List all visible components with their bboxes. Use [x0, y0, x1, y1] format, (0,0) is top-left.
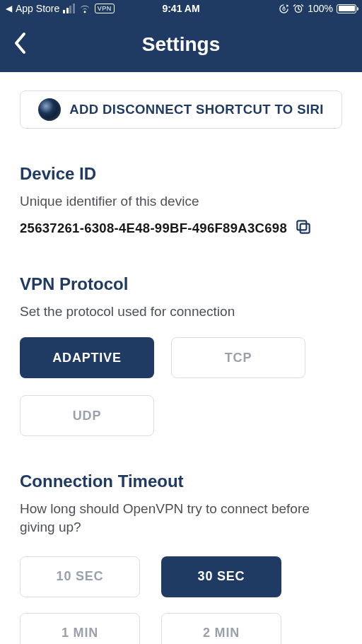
copy-icon	[294, 218, 313, 236]
cellular-signal-icon	[63, 4, 75, 13]
vpn-protocol-title: VPN Protocol	[20, 274, 342, 294]
status-bar: ◀ App Store VPN 9:41 AM 100%	[0, 0, 362, 17]
nav-bar: Settings	[0, 17, 362, 72]
protocol-option-label: ADAPTIVE	[52, 351, 121, 365]
wifi-icon	[78, 4, 91, 13]
svg-rect-0	[283, 8, 285, 10]
battery-percentage: 100%	[308, 3, 333, 14]
timeout-option-10-sec[interactable]: 10 SEC	[20, 556, 140, 597]
status-time: 9:41 AM	[162, 3, 199, 14]
protocol-option-label: TCP	[225, 351, 252, 365]
device-id-title: Device ID	[20, 164, 342, 184]
timeout-option-30-sec[interactable]: 30 SEC	[161, 556, 281, 597]
alarm-icon	[293, 3, 304, 14]
siri-icon	[38, 98, 61, 121]
chevron-left-icon	[13, 31, 28, 55]
siri-button-label: ADD DISCONNECT SHORTCUT TO SIRI	[69, 102, 323, 117]
protocol-option-tcp[interactable]: TCP	[171, 337, 305, 378]
connection-timeout-section: Connection Timeout How long should OpenV…	[20, 472, 342, 644]
protocol-option-adaptive[interactable]: ADAPTIVE	[20, 337, 154, 378]
vpn-protocol-section: VPN Protocol Set the protocol used for c…	[20, 274, 342, 437]
timeout-option-1-min[interactable]: 1 MIN	[20, 613, 140, 644]
protocol-option-label: UDP	[73, 409, 101, 423]
back-button[interactable]	[13, 31, 28, 58]
timeout-option-2-min[interactable]: 2 MIN	[161, 613, 281, 644]
device-id-section: Device ID Unique identifier of this devi…	[20, 164, 342, 239]
svg-rect-2	[300, 223, 310, 233]
orientation-lock-icon	[279, 4, 289, 14]
battery-icon	[337, 4, 356, 13]
protocol-option-udp[interactable]: UDP	[20, 395, 154, 436]
vpn-badge: VPN	[95, 4, 115, 13]
timeout-option-label: 30 SEC	[198, 569, 245, 584]
timeout-option-label: 1 MIN	[62, 626, 98, 640]
device-id-value: 25637261-6308-4E48-99BF-496F89A3C698	[20, 221, 287, 236]
back-to-app-caret-icon[interactable]: ◀	[6, 4, 12, 13]
add-siri-shortcut-button[interactable]: ADD DISCONNECT SHORTCUT TO SIRI	[20, 90, 342, 129]
connection-timeout-title: Connection Timeout	[20, 472, 342, 491]
device-id-desc: Unique identifier of this device	[20, 192, 342, 211]
connection-timeout-desc: How long should OpenVPN try to connect b…	[20, 500, 342, 536]
timeout-option-label: 2 MIN	[203, 626, 240, 640]
copy-device-id-button[interactable]	[294, 218, 313, 239]
vpn-protocol-desc: Set the protocol used for connection	[20, 303, 342, 321]
page-title: Settings	[142, 33, 220, 56]
back-to-app-label[interactable]: App Store	[16, 3, 59, 14]
svg-rect-3	[297, 221, 306, 230]
timeout-option-label: 10 SEC	[57, 569, 104, 584]
